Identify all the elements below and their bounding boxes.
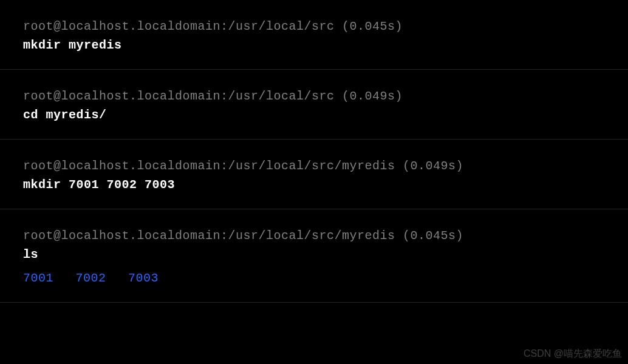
terminal-block: root@localhost.localdomain:/usr/local/sr… xyxy=(0,0,628,70)
shell-command: cd myredis/ xyxy=(23,108,605,122)
shell-prompt: root@localhost.localdomain:/usr/local/sr… xyxy=(23,19,605,33)
watermark-text: CSDN @喵先森爱吃鱼 xyxy=(524,348,622,360)
shell-output: 7001 7002 7003 xyxy=(23,271,605,285)
directory-item: 7003 xyxy=(128,271,159,285)
terminal-block: root@localhost.localdomain:/usr/local/sr… xyxy=(0,209,628,303)
shell-prompt: root@localhost.localdomain:/usr/local/sr… xyxy=(23,229,605,243)
shell-command: mkdir myredis xyxy=(23,38,605,52)
directory-item: 7002 xyxy=(76,271,106,285)
terminal-block: root@localhost.localdomain:/usr/local/sr… xyxy=(0,70,628,140)
terminal-block: root@localhost.localdomain:/usr/local/sr… xyxy=(0,140,628,209)
shell-prompt: root@localhost.localdomain:/usr/local/sr… xyxy=(23,159,605,173)
shell-command: mkdir 7001 7002 7003 xyxy=(23,178,605,192)
directory-item: 7001 xyxy=(23,271,53,285)
shell-command: ls xyxy=(23,248,605,261)
shell-prompt: root@localhost.localdomain:/usr/local/sr… xyxy=(23,89,605,103)
